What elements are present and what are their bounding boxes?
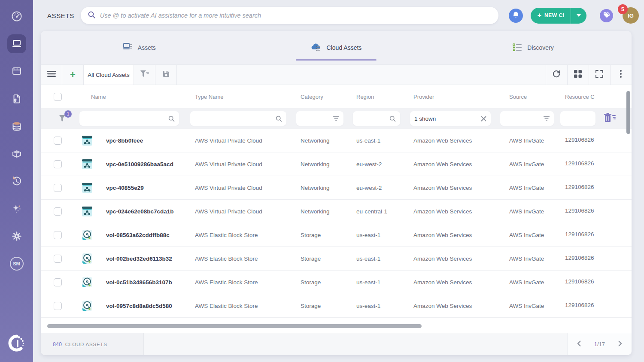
fullscreen-button[interactable] <box>589 65 610 85</box>
add-view-button[interactable]: + <box>62 65 83 85</box>
asset-resource: 129106826 <box>565 231 632 239</box>
sidebar-item-cmdb[interactable] <box>7 117 26 136</box>
column-header-type[interactable]: Type Name <box>195 94 301 100</box>
filter-lines-icon <box>544 116 550 121</box>
grid-view-button[interactable] <box>568 65 589 85</box>
filter-source-input[interactable] <box>504 116 541 122</box>
table-row[interactable]: vol-002bed32ed6113b32 AWS Elastic Block … <box>41 247 632 271</box>
table-row[interactable]: vpc-8bb0feee AWS Virtual Private Cloud N… <box>41 129 632 152</box>
filter-category[interactable] <box>296 111 343 126</box>
row-checkbox[interactable] <box>54 231 62 239</box>
next-page-button[interactable] <box>617 339 624 350</box>
sidebar-item-history[interactable] <box>7 172 26 191</box>
table-row[interactable]: vpc-0e51009286baa5acd AWS Virtual Privat… <box>41 152 632 176</box>
row-checkbox[interactable] <box>54 184 62 192</box>
table-row[interactable]: vpc-40855e29 AWS Virtual Private Cloud N… <box>41 176 632 200</box>
tab-discovery[interactable]: Discovery <box>434 31 632 64</box>
table-row[interactable]: vpc-024e62e08bc7cda1b AWS Virtual Privat… <box>41 200 632 223</box>
table-row[interactable]: vol-08563a62cddffb88c AWS Elastic Block … <box>41 223 632 247</box>
row-checkbox[interactable] <box>54 207 62 216</box>
history-icon <box>11 176 22 187</box>
column-header-resource[interactable]: Resource C <box>565 94 632 100</box>
table-row[interactable]: vol-0957c8d8a8dc5d580 AWS Elastic Block … <box>41 294 632 318</box>
asset-name[interactable]: vol-002bed32ed6113b32 <box>106 256 195 262</box>
refresh-icon <box>552 70 561 80</box>
asset-category: Networking <box>301 137 356 144</box>
assets-table: Name Type Name Category Region Provider … <box>41 85 632 333</box>
filter-type[interactable] <box>190 111 286 126</box>
previous-page-button[interactable] <box>575 339 583 350</box>
column-header-source[interactable]: Source <box>509 94 565 100</box>
column-header-provider[interactable]: Provider <box>413 94 509 100</box>
filter-view-button[interactable] <box>134 65 155 85</box>
active-filters-indicator[interactable]: 1 <box>46 114 79 123</box>
row-checkbox[interactable] <box>54 160 62 168</box>
view-tab-all-cloud-assets[interactable]: All Cloud Assets <box>84 65 134 85</box>
asset-source: AWS InvGate <box>509 303 565 309</box>
tags-button[interactable] <box>600 9 613 22</box>
filter-resource[interactable] <box>560 111 595 126</box>
row-checkbox[interactable] <box>54 255 62 263</box>
clear-filters-button[interactable] <box>603 113 616 125</box>
global-search[interactable] <box>81 7 498 24</box>
clear-filter-x-icon[interactable] <box>481 116 486 122</box>
trash-icon <box>603 113 616 125</box>
vertical-scrollbar[interactable] <box>626 91 630 134</box>
save-view-button[interactable] <box>155 65 176 85</box>
select-all-checkbox[interactable] <box>54 93 62 101</box>
views-menu-button[interactable] <box>41 65 62 85</box>
horizontal-scrollbar[interactable] <box>47 324 422 328</box>
filter-name[interactable] <box>79 111 179 126</box>
asset-name[interactable]: vpc-40855e29 <box>106 185 195 191</box>
result-count-label: CLOUD ASSETS <box>65 342 107 347</box>
row-checkbox[interactable] <box>54 278 62 286</box>
sidebar-item-assets[interactable] <box>7 34 26 53</box>
asset-provider: Amazon Web Services <box>413 161 509 167</box>
asset-name[interactable]: vpc-024e62e08bc7cda1b <box>106 208 195 215</box>
filter-provider[interactable]: 1 shown <box>410 111 491 126</box>
row-checkbox[interactable] <box>54 137 62 145</box>
hamburger-icon <box>47 70 56 79</box>
search-input[interactable] <box>100 12 492 19</box>
filter-source[interactable] <box>500 111 554 126</box>
table-row[interactable]: vol-0c51b348656b3107b AWS Elastic Block … <box>41 271 632 294</box>
asset-name[interactable]: vpc-0e51009286baa5acd <box>106 161 195 167</box>
asset-name[interactable]: vpc-8bb0feee <box>106 137 195 144</box>
gear-icon <box>11 231 22 242</box>
sidebar-item-applications[interactable] <box>7 62 26 81</box>
filter-category-input[interactable] <box>301 116 331 122</box>
row-checkbox[interactable] <box>54 302 62 310</box>
sidebar-item-ai[interactable] <box>7 199 26 218</box>
asset-category: Storage <box>301 303 356 309</box>
sidebar-item-service-management[interactable]: SM <box>7 254 26 273</box>
asset-name[interactable]: vol-08563a62cddffb88c <box>106 232 195 238</box>
asset-name[interactable]: vol-0c51b348656b3107b <box>106 279 195 286</box>
sidebar-item-contracts[interactable] <box>7 89 26 108</box>
asset-type: AWS Elastic Block Store <box>195 256 301 262</box>
page-title: ASSETS <box>47 12 74 19</box>
column-header-name[interactable]: Name <box>68 94 195 100</box>
notifications-button[interactable] <box>509 9 523 23</box>
asset-type: AWS Elastic Block Store <box>195 232 301 238</box>
asset-region: us-east-1 <box>356 279 413 286</box>
table-footer: 840 CLOUD ASSETS 1/17 <box>41 333 632 355</box>
tab-assets[interactable]: Assets <box>41 31 238 64</box>
asset-source: AWS InvGate <box>509 137 565 144</box>
new-ci-button[interactable]: + NEW CI <box>531 8 586 24</box>
column-header-region[interactable]: Region <box>356 94 413 100</box>
filter-region[interactable] <box>353 111 400 126</box>
asset-type-icon <box>81 252 94 265</box>
filter-region-input[interactable] <box>357 116 387 122</box>
asset-name[interactable]: vol-0957c8d8a8dc5d580 <box>106 303 195 309</box>
refresh-button[interactable] <box>546 65 567 85</box>
sidebar-item-settings[interactable] <box>7 227 26 246</box>
column-header-category[interactable]: Category <box>301 94 356 100</box>
sidebar-item-inventory[interactable] <box>7 144 26 163</box>
new-ci-dropdown-button[interactable] <box>571 14 586 17</box>
tab-cloud-assets[interactable]: Cloud Assets <box>238 31 435 64</box>
more-options-button[interactable] <box>611 65 632 85</box>
sidebar-item-dashboard[interactable] <box>7 7 26 26</box>
filter-name-input[interactable] <box>84 116 166 122</box>
filter-type-input[interactable] <box>194 116 273 122</box>
filter-resource-input[interactable] <box>565 116 591 122</box>
